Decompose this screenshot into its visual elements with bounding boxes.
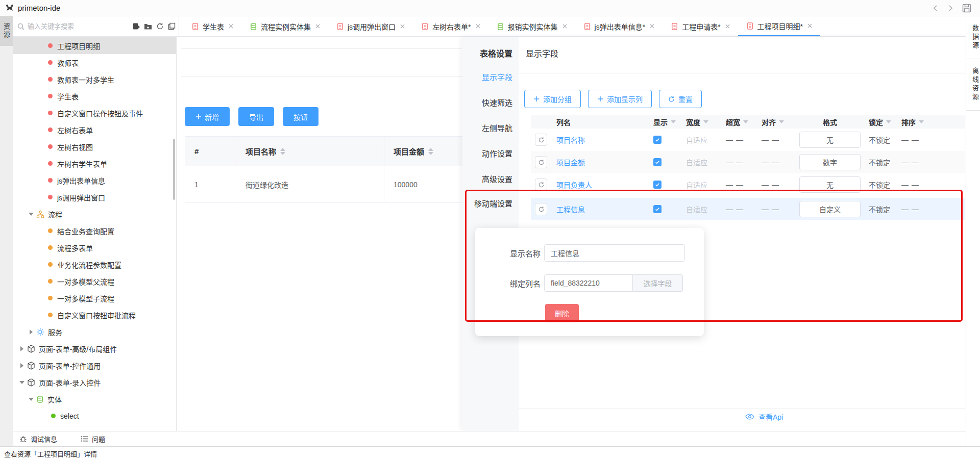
column-name-link[interactable]: 项目负责人 — [556, 180, 592, 190]
close-icon[interactable] — [229, 24, 233, 29]
tab-4[interactable]: 左树右表单* — [413, 16, 488, 36]
tab-1[interactable]: 学生表 — [183, 16, 241, 36]
tab-7[interactable]: 工程申请表* — [663, 16, 738, 36]
col-header-overwide[interactable]: 超宽 — [722, 117, 757, 127]
add-folder-icon[interactable] — [144, 23, 152, 30]
lock-value[interactable]: 不锁定 — [869, 135, 890, 145]
tree-item-18[interactable]: 服务 — [13, 323, 176, 340]
tree-item-12[interactable]: 结合业务查询配置 — [13, 222, 176, 239]
tree-item-2[interactable]: 教师表 — [13, 54, 176, 71]
align-value[interactable]: — — — [762, 136, 779, 144]
rail-tab-offline-resources[interactable]: 离线资源 — [966, 59, 980, 111]
menu-item-mobile[interactable]: 移动端设置 — [474, 198, 512, 209]
problems-tab[interactable]: 问题 — [81, 434, 105, 444]
chevron-down-icon[interactable] — [29, 397, 34, 402]
tree-item-13[interactable]: 流程多表单 — [13, 239, 176, 256]
swap-field-button[interactable] — [535, 203, 547, 215]
tree-item-11[interactable]: 流程 — [13, 206, 176, 222]
nav-forward-icon[interactable] — [947, 5, 954, 12]
sort-icon[interactable] — [280, 148, 285, 155]
reset-button[interactable]: 重置 — [659, 90, 702, 108]
menu-item-action-config[interactable]: 动作设置 — [482, 148, 512, 159]
width-value[interactable]: 自适应 — [686, 204, 707, 214]
tree-item-15[interactable]: 一对多模型父流程 — [13, 273, 176, 290]
lock-value[interactable]: 不锁定 — [869, 180, 890, 190]
lock-value[interactable]: 不锁定 — [869, 204, 890, 214]
close-icon[interactable] — [476, 24, 480, 29]
tree-item-8[interactable]: 左树右学生表单 — [13, 155, 176, 172]
tree-item-5[interactable]: 自定义窗口操作按钮及事件 — [13, 105, 176, 121]
align-value[interactable]: — — — [762, 205, 779, 213]
close-icon[interactable] — [650, 24, 654, 29]
format-select[interactable]: 自定义 — [799, 201, 861, 217]
sidebar-scrollbar[interactable] — [173, 139, 175, 200]
close-icon[interactable] — [807, 23, 812, 28]
tree-item-3[interactable]: 教师表一对多学生 — [13, 71, 176, 88]
col-header-width[interactable]: 宽度 — [682, 117, 722, 127]
visible-checkbox[interactable] — [653, 205, 662, 213]
sort-value[interactable]: — — — [901, 181, 919, 189]
menu-item-quick-filter[interactable]: 快速筛选 — [482, 97, 512, 108]
overwide-value[interactable]: — — — [726, 158, 744, 166]
tree-item-1[interactable]: 工程项目明细 — [13, 37, 176, 54]
field-row-1[interactable]: 项目名称 自适应 — — — — 无 不锁定 — — — [531, 129, 965, 151]
lock-value[interactable]: 不锁定 — [869, 157, 890, 167]
tree-item-23[interactable]: select — [13, 407, 176, 424]
search-input[interactable] — [28, 22, 129, 30]
width-value[interactable]: 自适应 — [686, 157, 707, 167]
tree-item-10[interactable]: js调用弹出窗口 — [13, 189, 176, 206]
nav-back-icon[interactable] — [932, 5, 939, 12]
tree-item-20[interactable]: 页面-表单-控件通用 — [13, 357, 176, 374]
import-resource-icon[interactable] — [132, 22, 140, 30]
align-value[interactable]: — — — [762, 158, 779, 166]
field-row-2[interactable]: 项目金额 自适应 — — — — 数字 不锁定 — — — [531, 151, 965, 173]
custom-button[interactable]: 按钮 — [283, 107, 318, 126]
chevron-down-icon[interactable] — [19, 380, 24, 385]
select-field-button[interactable]: 选择字段 — [633, 274, 683, 292]
collapse-all-icon[interactable] — [168, 22, 176, 30]
align-value[interactable]: — — — [762, 181, 779, 189]
close-icon[interactable] — [400, 24, 405, 29]
col-header-lock[interactable]: 锁定 — [865, 117, 897, 127]
tree-item-19[interactable]: 页面-表单-高级/布局组件 — [13, 340, 176, 357]
add-group-button[interactable]: 添加分组 — [524, 90, 581, 108]
tree-item-4[interactable]: 学生表 — [13, 88, 176, 105]
overwide-value[interactable]: — — — [726, 205, 744, 213]
chevron-right-icon[interactable] — [19, 363, 24, 368]
format-select[interactable]: 无 — [799, 176, 861, 193]
sort-value[interactable]: — — — [901, 158, 919, 166]
tab-5[interactable]: 报销实例实体集 — [488, 16, 575, 36]
bind-column-input[interactable] — [544, 274, 633, 292]
visible-checkbox[interactable] — [653, 181, 662, 189]
chevron-right-icon[interactable] — [29, 329, 34, 335]
sort-value[interactable]: — — — [901, 205, 919, 213]
swap-field-button[interactable] — [535, 156, 547, 168]
tree-item-6[interactable]: 左树右表单 — [13, 121, 176, 138]
export-button[interactable]: 导出 — [238, 107, 274, 126]
field-row-4-selected[interactable]: 工程信息 自适应 — — — — 自定义 不锁定 — — — [531, 198, 965, 220]
col-name-header[interactable]: 项目名称 — [236, 137, 384, 166]
chevron-down-icon[interactable] — [29, 212, 34, 217]
menu-item-left-nav[interactable]: 左侧导航 — [482, 122, 512, 133]
tab-8-active[interactable]: 工程项目明细* — [738, 16, 820, 36]
tree-item-22[interactable]: 实体 — [13, 391, 176, 407]
chevron-right-icon[interactable] — [19, 346, 24, 351]
add-button[interactable]: 新增 — [185, 107, 230, 126]
refresh-icon[interactable] — [156, 22, 164, 30]
add-display-column-button[interactable]: 添加显示列 — [588, 90, 652, 108]
close-icon[interactable] — [562, 24, 567, 29]
sort-value[interactable]: — — — [901, 136, 919, 144]
col-header-align[interactable]: 对齐 — [757, 117, 795, 127]
menu-item-display-fields[interactable]: 显示字段 — [482, 71, 512, 82]
tree-item-9[interactable]: js弹出表单信息 — [13, 172, 176, 189]
field-row-3[interactable]: 项目负责人 自适应 — — — — 无 不锁定 — — — [531, 173, 965, 196]
tree-item-17[interactable]: 自定义窗口按钮审批流程 — [13, 306, 176, 323]
display-name-input[interactable] — [544, 244, 685, 262]
col-header-sort[interactable]: 排序 — [897, 117, 933, 127]
rail-tab-resources[interactable]: 资源 — [0, 16, 13, 46]
tree-item-21[interactable]: 页面-表单-录入控件 — [13, 374, 176, 391]
column-name-link[interactable]: 项目金额 — [556, 157, 585, 167]
delete-button[interactable]: 删除 — [545, 304, 579, 322]
overwide-value[interactable]: — — — [726, 181, 744, 189]
visible-checkbox[interactable] — [653, 158, 662, 166]
